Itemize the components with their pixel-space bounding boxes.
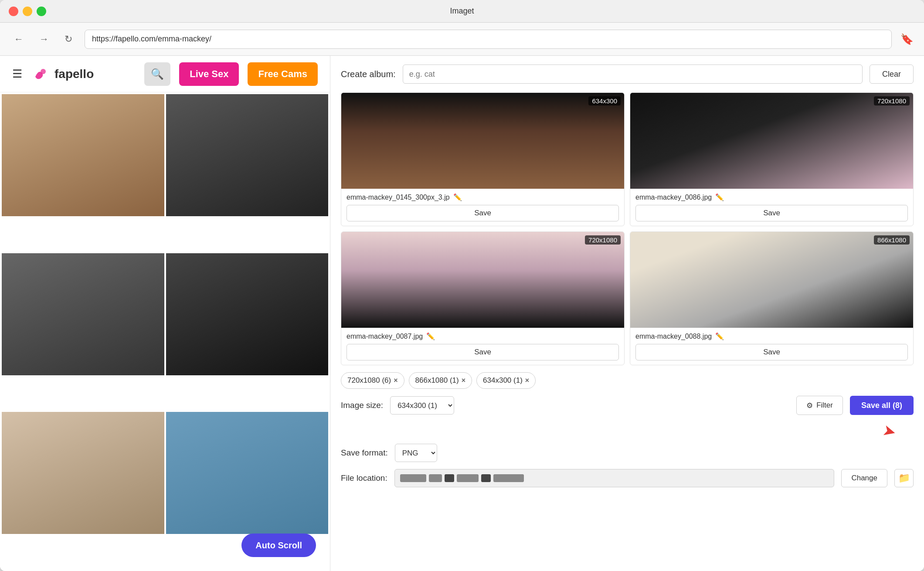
create-album-label: Create album: (341, 69, 396, 79)
website-panel: ☰ fapello 🔍 Live Sex Free Cams (0, 56, 330, 571)
filter-tag-remove[interactable]: × (462, 377, 465, 384)
save-button[interactable]: Save (346, 344, 619, 360)
create-album-row: Create album: Clear (341, 65, 914, 84)
image-card-thumb: 720x1080 (341, 232, 624, 328)
image-filename: emma-mackey_0087.jpg ✏️ (346, 332, 619, 340)
image-filename: emma-mackey_0088.jpg ✏️ (635, 332, 908, 340)
window-title: Imaget (450, 7, 474, 16)
image-card: 634x300 emma-mackey_0145_300px_3.jp ✏️ S… (341, 92, 625, 226)
image-card-thumb: 866x1080 (630, 232, 913, 328)
image-card-info: emma-mackey_0145_300px_3.jp ✏️ Save (341, 189, 624, 226)
back-button[interactable]: ← (10, 30, 27, 48)
path-segment (457, 474, 479, 482)
file-location-row: File location: Change 📁 (341, 469, 914, 487)
image-dimensions: 720x1080 (874, 96, 910, 105)
save-format-label: Save format: (341, 448, 388, 458)
search-icon: 🔍 (151, 68, 164, 80)
edit-icon[interactable]: ✏️ (715, 332, 724, 340)
edit-icon[interactable]: ✏️ (715, 193, 724, 201)
website-grid-item (166, 412, 329, 534)
live-sex-button[interactable]: Live Sex (179, 62, 239, 86)
clear-button[interactable]: Clear (870, 65, 914, 84)
close-button[interactable] (9, 7, 18, 16)
image-dimensions: 720x1080 (585, 235, 621, 245)
file-location-label: File location: (341, 473, 387, 483)
image-card-thumb: 634x300 (341, 93, 624, 189)
folder-button[interactable]: 📁 (894, 469, 914, 487)
edit-icon[interactable]: ✏️ (426, 332, 435, 340)
filter-button[interactable]: ⚙ Filter (796, 396, 843, 415)
arrow-row: ➤ (341, 422, 914, 440)
save-all-button[interactable]: Save all (8) (850, 396, 914, 415)
controls-row: Image size: 634x300 (1) 720x1080 (6) 866… (341, 396, 914, 415)
filter-tag: 866x1080 (1) × (409, 372, 472, 389)
change-button[interactable]: Change (841, 469, 887, 487)
website-wrapper: Auto Scroll (0, 92, 330, 571)
save-button[interactable]: Save (635, 205, 908, 221)
image-card-info: emma-mackey_0087.jpg ✏️ Save (341, 328, 624, 365)
traffic-lights (9, 7, 46, 16)
main-area: ☰ fapello 🔍 Live Sex Free Cams (0, 56, 924, 571)
images-grid: 634x300 emma-mackey_0145_300px_3.jp ✏️ S… (341, 92, 914, 365)
title-bar: Imaget (0, 0, 924, 23)
filter-tag: 720x1080 (6) × (341, 372, 404, 389)
album-input[interactable] (403, 65, 863, 84)
website-grid-item (2, 412, 164, 534)
hamburger-icon[interactable]: ☰ (12, 67, 22, 81)
maximize-button[interactable] (37, 7, 46, 16)
fapello-logo-text: fapello (54, 67, 94, 81)
image-size-label: Image size: (341, 401, 383, 410)
path-segment (481, 474, 491, 482)
path-segment (493, 474, 524, 482)
edit-icon[interactable]: ✏️ (453, 193, 462, 201)
fapello-logo[interactable]: fapello (31, 65, 94, 84)
save-button[interactable]: Save (635, 344, 908, 360)
refresh-button[interactable]: ↻ (61, 30, 76, 48)
svg-point-1 (41, 69, 46, 74)
browser-toolbar: ← → ↻ 🔖 (0, 23, 924, 56)
url-input[interactable] (85, 30, 892, 49)
save-button[interactable]: Save (346, 205, 619, 221)
filter-tags: 720x1080 (6) × 866x1080 (1) × 634x300 (1… (341, 372, 914, 389)
image-card: 720x1080 emma-mackey_0086.jpg ✏️ Save (630, 92, 914, 226)
size-select[interactable]: 634x300 (1) 720x1080 (6) 866x1080 (1) Al… (390, 396, 454, 415)
free-cams-button[interactable]: Free Cams (248, 62, 318, 86)
format-select[interactable]: PNG JPG WEBP (395, 444, 437, 462)
forward-button[interactable]: → (36, 30, 52, 48)
filter-tag: 634x300 (1) × (476, 372, 536, 389)
file-location-bar (394, 469, 835, 487)
filter-icon: ⚙ (806, 401, 813, 410)
image-dimensions: 866x1080 (874, 235, 910, 245)
path-segment (445, 474, 454, 482)
auto-scroll-button[interactable]: Auto Scroll (241, 534, 316, 557)
website-grid-item (166, 94, 329, 216)
format-row: Save format: PNG JPG WEBP (341, 444, 914, 462)
path-segment (400, 474, 426, 482)
fapello-logo-svg (31, 65, 50, 84)
image-dimensions: 634x300 (588, 96, 621, 105)
image-card-thumb: 720x1080 (630, 93, 913, 189)
image-filename: emma-mackey_0145_300px_3.jp ✏️ (346, 193, 619, 201)
image-filename: emma-mackey_0086.jpg ✏️ (635, 193, 908, 201)
minimize-button[interactable] (23, 7, 32, 16)
arrow-icon: ➤ (881, 421, 898, 442)
folder-icon: 📁 (898, 472, 910, 484)
extension-panel: Create album: Clear 634x300 emma-mackey_… (330, 56, 924, 571)
app-window: Imaget ← → ↻ 🔖 ☰ fapello (0, 0, 924, 571)
filter-tag-remove[interactable]: × (394, 377, 397, 384)
search-button[interactable]: 🔍 (144, 62, 170, 86)
website-grid-item (2, 94, 164, 216)
fapello-header: ☰ fapello 🔍 Live Sex Free Cams (0, 56, 330, 92)
website-image-grid (0, 92, 330, 571)
website-grid-item (166, 253, 329, 375)
image-card: 866x1080 emma-mackey_0088.jpg ✏️ Save (630, 231, 914, 365)
bookmark-icon[interactable]: 🔖 (900, 33, 914, 45)
path-segment (429, 474, 442, 482)
image-card: 720x1080 emma-mackey_0087.jpg ✏️ Save (341, 231, 625, 365)
website-grid-item (2, 253, 164, 375)
image-card-info: emma-mackey_0086.jpg ✏️ Save (630, 189, 913, 226)
filter-tag-remove[interactable]: × (525, 377, 529, 384)
image-card-info: emma-mackey_0088.jpg ✏️ Save (630, 328, 913, 365)
